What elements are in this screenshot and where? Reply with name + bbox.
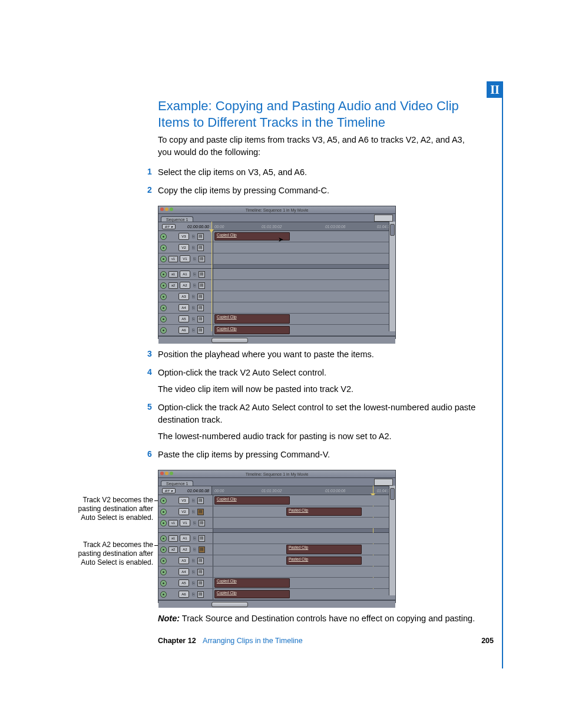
lane-v1[interactable]	[213, 253, 395, 264]
rt-menu[interactable]: RT ▾	[162, 224, 176, 229]
lock-icon[interactable]: ⎘	[192, 272, 197, 277]
lane-a2[interactable]: Pasted Clip	[213, 544, 395, 555]
source-patch-a1[interactable]: a1	[168, 535, 178, 542]
lock-icon[interactable]: ⎘	[191, 581, 196, 586]
auto-select-v3[interactable]: ▤	[197, 233, 204, 240]
clip-pasted[interactable]: Pasted Clip	[286, 556, 362, 565]
audibility-dot[interactable]	[160, 591, 167, 598]
track-label-v1[interactable]: V1	[180, 519, 190, 526]
lane-a6[interactable]: Copied Clip	[213, 589, 395, 599]
source-patch-a1[interactable]: a1	[168, 271, 178, 278]
auto-select-a1[interactable]: ▤	[199, 535, 205, 542]
audibility-dot[interactable]	[160, 327, 167, 334]
track-label-v3[interactable]: V3	[178, 497, 189, 504]
track-label-a6[interactable]: A6	[178, 591, 189, 598]
lock-icon[interactable]: ⎘	[191, 498, 196, 503]
lock-icon[interactable]: ⎘	[191, 558, 196, 564]
playhead[interactable]	[211, 222, 212, 331]
zoom-slider[interactable]	[211, 602, 248, 607]
audibility-dot[interactable]	[160, 535, 167, 542]
lane-v3[interactable]: Copied Clip ➤	[213, 231, 395, 242]
track-label-a3[interactable]: A3	[178, 557, 189, 564]
track-label-a4[interactable]: A4	[178, 568, 189, 575]
lane-a2[interactable]	[213, 280, 395, 291]
visibility-dot[interactable]	[160, 256, 167, 262]
auto-select-a3[interactable]: ▤	[197, 558, 204, 564]
source-patch-a2[interactable]: a2	[168, 546, 178, 553]
track-label-v3[interactable]: V3	[178, 233, 189, 240]
clip-pasted[interactable]: Pasted Clip	[286, 545, 362, 554]
lock-icon[interactable]: ⎘	[191, 509, 196, 515]
audibility-dot[interactable]	[160, 580, 167, 587]
audibility-dot[interactable]	[160, 294, 167, 300]
track-label-a3[interactable]: A3	[178, 293, 189, 300]
source-patch-v1[interactable]: v1	[168, 256, 178, 262]
lane-a4[interactable]	[213, 566, 395, 577]
auto-select-a5[interactable]: ▤	[197, 316, 204, 322]
sequence-tab[interactable]: Sequence 1	[161, 216, 193, 222]
sequence-tab[interactable]: Sequence 1	[161, 480, 193, 486]
clip-copied[interactable]: Copied Clip	[214, 590, 290, 598]
auto-select-v3[interactable]: ▤	[197, 498, 204, 504]
lane-a3[interactable]	[213, 291, 395, 302]
lane-v3[interactable]: Copied Clip	[213, 495, 395, 506]
lock-icon[interactable]: ⎘	[191, 328, 196, 333]
zoom-slider[interactable]	[211, 338, 248, 343]
track-label-a2[interactable]: A2	[180, 282, 190, 289]
audibility-dot[interactable]	[160, 271, 167, 278]
auto-select-a4[interactable]: ▤	[197, 569, 204, 575]
vertical-scrollbar[interactable]	[389, 486, 395, 595]
auto-select-a4[interactable]: ▤	[197, 305, 204, 311]
visibility-dot[interactable]	[160, 233, 167, 240]
source-patch-a2[interactable]: a2	[168, 282, 178, 289]
auto-select-v1[interactable]: ▤	[199, 256, 205, 262]
lock-icon[interactable]: ⎘	[191, 305, 196, 311]
clip-copied[interactable]: Copied Clip	[214, 326, 290, 334]
time-ruler[interactable]: 00:00 01:01:30:02 01:03:00:06 01:04:30	[212, 222, 395, 230]
track-label-v2[interactable]: V2	[178, 244, 189, 251]
lock-icon[interactable]: ⎘	[192, 521, 197, 526]
lane-v1[interactable]	[213, 518, 395, 528]
audibility-dot[interactable]	[160, 316, 167, 322]
auto-select-a3[interactable]: ▤	[197, 294, 204, 300]
lane-a3[interactable]: Pasted Clip	[213, 555, 395, 566]
lock-icon[interactable]: ⎘	[191, 592, 196, 597]
lock-icon[interactable]: ⎘	[191, 294, 196, 299]
layout-chip-icon[interactable]	[374, 215, 393, 222]
auto-select-a6[interactable]: ▤	[197, 591, 204, 598]
lane-a4[interactable]	[213, 302, 395, 313]
lane-a5[interactable]: Copied Clip	[213, 314, 395, 324]
auto-select-v2[interactable]: ▤	[197, 509, 204, 515]
lock-icon[interactable]: ⎘	[191, 569, 196, 575]
lock-icon[interactable]: ⎘	[191, 317, 196, 322]
layout-chip-icon[interactable]	[374, 479, 393, 486]
lock-icon[interactable]: ⎘	[192, 283, 197, 288]
auto-select-v1[interactable]: ▤	[199, 520, 205, 526]
audibility-dot[interactable]	[160, 305, 167, 311]
clip-copied[interactable]: Copied Clip	[214, 496, 290, 505]
lane-a1[interactable]	[213, 269, 395, 279]
auto-select-a5[interactable]: ▤	[197, 580, 204, 587]
track-label-a6[interactable]: A6	[178, 327, 189, 334]
auto-select-a6[interactable]: ▤	[197, 327, 204, 334]
source-patch-v1[interactable]: v1	[168, 520, 178, 526]
visibility-dot[interactable]	[160, 509, 167, 515]
auto-select-a2[interactable]: ▤	[199, 282, 205, 289]
lock-icon[interactable]: ⎘	[191, 234, 196, 239]
track-label-a2[interactable]: A2	[180, 546, 190, 553]
lane-v2[interactable]: Pasted Clip	[213, 506, 395, 517]
audibility-dot[interactable]	[160, 569, 167, 575]
vertical-scrollbar[interactable]	[389, 222, 395, 331]
lock-icon[interactable]: ⎘	[192, 536, 197, 541]
track-label-a4[interactable]: A4	[178, 304, 189, 311]
auto-select-a2[interactable]: ▤	[199, 546, 205, 553]
track-label-a5[interactable]: A5	[178, 579, 189, 587]
auto-select-a1[interactable]: ▤	[199, 271, 205, 278]
lane-a5[interactable]: Copied Clip	[213, 578, 395, 588]
lock-icon[interactable]: ⎘	[192, 256, 197, 262]
audibility-dot[interactable]	[160, 282, 167, 289]
lane-a1[interactable]	[213, 533, 395, 543]
rt-menu[interactable]: RT ▾	[162, 488, 176, 493]
track-label-a1[interactable]: A1	[180, 535, 190, 542]
clip-copied[interactable]: Copied Clip	[214, 578, 290, 588]
